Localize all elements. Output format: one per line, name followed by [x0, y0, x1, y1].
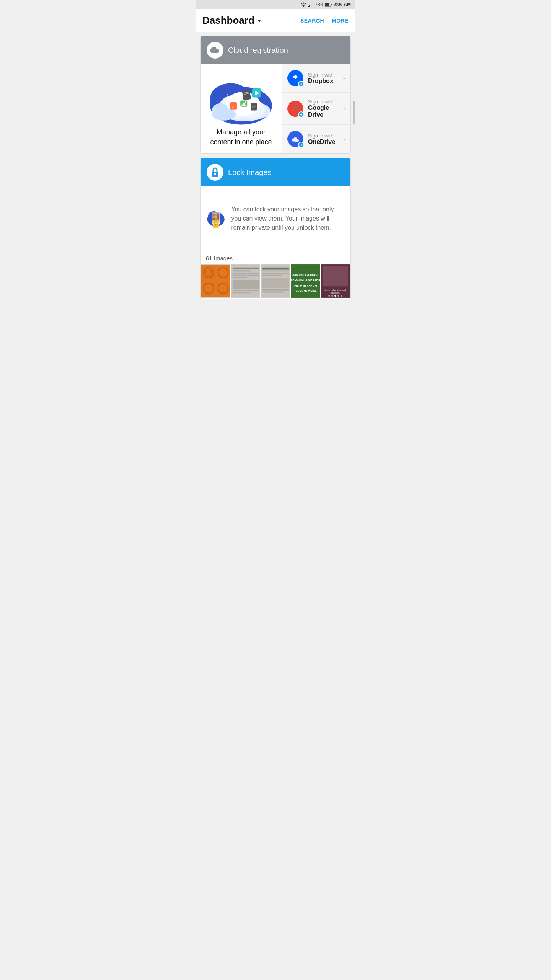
svg-rect-91 — [262, 289, 289, 291]
svg-rect-82 — [233, 280, 259, 289]
svg-rect-99 — [323, 266, 348, 286]
lock-header-icon — [207, 164, 223, 181]
svg-rect-3 — [310, 3, 311, 7]
svg-rect-90 — [262, 278, 289, 288]
svg-rect-79 — [233, 273, 259, 274]
svg-text:like hot chocolate and: like hot chocolate and — [324, 289, 346, 291]
lock-images-title: Lock Images — [228, 168, 271, 177]
cloud-left-panel: ✦ ✦ ✦ ♪ ♫ — [201, 64, 282, 153]
gallery-grid[interactable]: GRASS IS GREEN, BROCOLI IS GREENE HEN I … — [201, 264, 350, 299]
gallery-thumb-2[interactable] — [231, 264, 260, 298]
gdrive-chevron-icon: › — [343, 105, 345, 112]
gdrive-signin-name: Google Drive — [308, 105, 339, 118]
cloud-registration-card: + Cloud registration — [200, 36, 351, 154]
svg-text:smallows,: smallows, — [331, 292, 340, 294]
cloud-registration-header: + Cloud registration — [201, 36, 350, 64]
svg-rect-32 — [251, 103, 257, 111]
svg-rect-83 — [233, 290, 259, 291]
svg-rect-55 — [215, 214, 217, 216]
dropbox-chevron-icon: › — [343, 75, 345, 82]
svg-rect-34 — [252, 106, 256, 107]
svg-rect-60 — [212, 218, 215, 220]
battery-icon — [325, 3, 332, 7]
lock-body: ✦ ✦ ✦ — [201, 186, 350, 251]
svg-text:♪: ♪ — [222, 86, 225, 93]
lock-images-header: Lock Images — [201, 158, 350, 186]
onedrive-signin-name: OneDrive — [308, 139, 339, 145]
svg-rect-58 — [215, 216, 217, 218]
more-button[interactable]: MORE — [332, 18, 349, 24]
svg-text:TOUCH MY WEINE: TOUCH MY WEINE — [294, 289, 317, 292]
svg-rect-77 — [233, 268, 259, 269]
cloud-illustration: ✦ ✦ ✦ ♪ ♫ — [207, 70, 276, 127]
onedrive-plus-badge: + — [298, 142, 304, 148]
svg-rect-61 — [215, 218, 217, 220]
signin-dropbox-button[interactable]: + Sign in with Dropbox › — [282, 64, 350, 93]
header: Dashboard ▼ SEARCH MORE — [196, 9, 355, 32]
svg-rect-80 — [233, 275, 259, 276]
svg-rect-57 — [212, 216, 215, 218]
gallery-thumb-4[interactable]: GRASS IS GREEN, BROCOLI IS GREENE HEN I … — [291, 264, 320, 298]
svg-rect-54 — [212, 214, 215, 216]
status-bar: 78% 2:06 AM — [196, 0, 355, 9]
signin-googledrive-button[interactable]: + Sign in with Google Drive › — [282, 93, 350, 125]
svg-rect-33 — [252, 105, 255, 106]
svg-text:✦: ✦ — [217, 100, 219, 103]
svg-rect-88 — [262, 273, 289, 274]
gallery-section: 61 Images — [201, 251, 350, 299]
svg-rect-78 — [233, 270, 251, 271]
svg-rect-2 — [309, 5, 310, 7]
lock-illustration: ✦ ✦ ✦ — [207, 194, 225, 243]
svg-point-0 — [303, 6, 304, 7]
signal-icon — [308, 2, 313, 7]
onedrive-signin-pre: Sign in with — [308, 133, 339, 139]
dropdown-icon[interactable]: ▼ — [257, 18, 262, 24]
dropbox-signin-name: Dropbox — [308, 78, 339, 85]
svg-rect-35 — [252, 108, 254, 108]
svg-text:♫: ♫ — [227, 83, 231, 88]
scrollbar-hint — [353, 101, 355, 124]
svg-text:+: + — [214, 49, 216, 53]
svg-rect-92 — [262, 292, 284, 293]
svg-text:BROCOLI IS GREENE: BROCOLI IS GREENE — [291, 278, 320, 281]
svg-marker-37 — [293, 75, 298, 79]
signin-onedrive-button[interactable]: + Sign in with OneDrive › — [282, 125, 350, 153]
battery-percentage: 78% — [315, 2, 323, 7]
svg-rect-89 — [262, 275, 282, 276]
svg-point-31 — [245, 102, 246, 103]
lock-description: You can lock your images so that only yo… — [231, 205, 344, 232]
svg-marker-42 — [292, 108, 297, 111]
gdrive-signin-pre: Sign in with — [308, 99, 339, 105]
lock-images-card: Lock Images ✦ ✦ ✦ — [200, 158, 351, 299]
image-count: 61 Images — [201, 251, 350, 264]
cloud-tagline: Manage all your content in one place — [207, 127, 276, 147]
svg-text:HEN I THINK OF YOU: HEN I THINK OF YOU — [292, 285, 318, 287]
svg-rect-4 — [311, 2, 313, 7]
svg-rect-84 — [233, 292, 251, 293]
svg-rect-87 — [262, 270, 289, 271]
svg-text:✦: ✦ — [226, 93, 229, 97]
cloud-registration-title: Cloud registration — [228, 46, 288, 55]
gallery-thumb-3[interactable] — [261, 264, 290, 298]
cloud-header-icon: + — [207, 42, 223, 59]
page-title: Dashboard — [202, 15, 254, 26]
svg-text:♪: ♪ — [232, 104, 234, 109]
time-display: 2:06 AM — [333, 2, 351, 7]
svg-rect-1 — [308, 6, 309, 7]
svg-rect-59 — [217, 216, 219, 218]
svg-text:✦: ✦ — [209, 214, 210, 216]
gallery-thumb-5[interactable]: like hot chocolate and smallows, — [321, 264, 350, 298]
svg-marker-41 — [294, 105, 297, 108]
cloud-right-panel: + Sign in with Dropbox › — [282, 64, 350, 153]
dropbox-plus-badge: + — [298, 81, 304, 87]
svg-rect-7 — [325, 3, 329, 6]
wifi-icon — [300, 2, 306, 7]
svg-rect-69 — [216, 225, 216, 226]
svg-point-16 — [212, 103, 229, 119]
gdrive-plus-badge: + — [298, 111, 304, 118]
svg-rect-81 — [233, 277, 247, 278]
svg-rect-56 — [217, 214, 219, 216]
svg-rect-86 — [262, 268, 289, 270]
gallery-thumb-1[interactable] — [201, 264, 230, 298]
search-button[interactable]: SEARCH — [300, 18, 324, 24]
